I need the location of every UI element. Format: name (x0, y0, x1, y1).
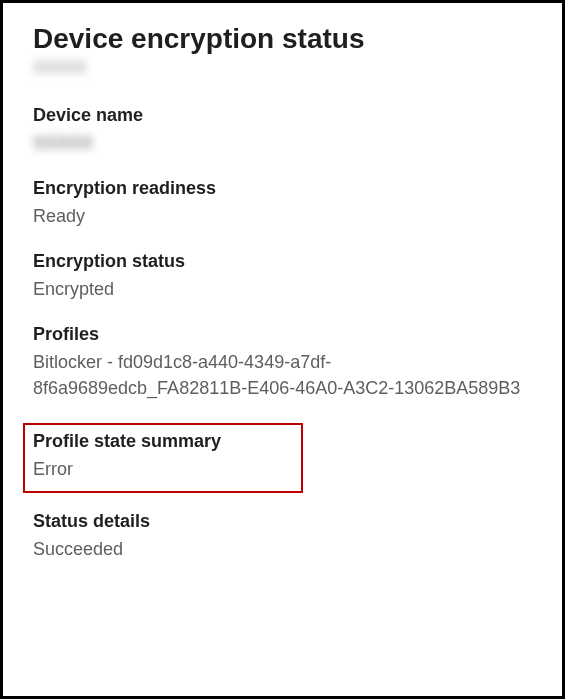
field-device-name: Device name XXXXX (33, 105, 532, 156)
page-title: Device encryption status (33, 23, 532, 55)
highlight-box-profile-state-summary: Profile state summary Error (23, 423, 303, 492)
device-name-label: Device name (33, 105, 532, 126)
encryption-status-label: Encryption status (33, 251, 532, 272)
encryption-readiness-label: Encryption readiness (33, 178, 532, 199)
profile-state-summary-value: Error (33, 456, 293, 482)
field-profiles: Profiles Bitlocker - fd09d1c8-a440-4349-… (33, 324, 532, 401)
profile-state-summary-label: Profile state summary (33, 431, 293, 452)
status-details-label: Status details (33, 511, 532, 532)
field-profile-state-summary: Profile state summary Error (33, 431, 293, 482)
field-encryption-status: Encryption status Encrypted (33, 251, 532, 302)
field-status-details: Status details Succeeded (33, 511, 532, 562)
page-subtitle-obscured: XXXXX (33, 59, 86, 77)
field-encryption-readiness: Encryption readiness Ready (33, 178, 532, 229)
encryption-status-value: Encrypted (33, 276, 532, 302)
device-name-value-obscured: XXXXX (33, 130, 93, 156)
status-details-value: Succeeded (33, 536, 532, 562)
encryption-readiness-value: Ready (33, 203, 532, 229)
profiles-label: Profiles (33, 324, 532, 345)
profiles-value: Bitlocker - fd09d1c8-a440-4349-a7df-8f6a… (33, 349, 532, 401)
